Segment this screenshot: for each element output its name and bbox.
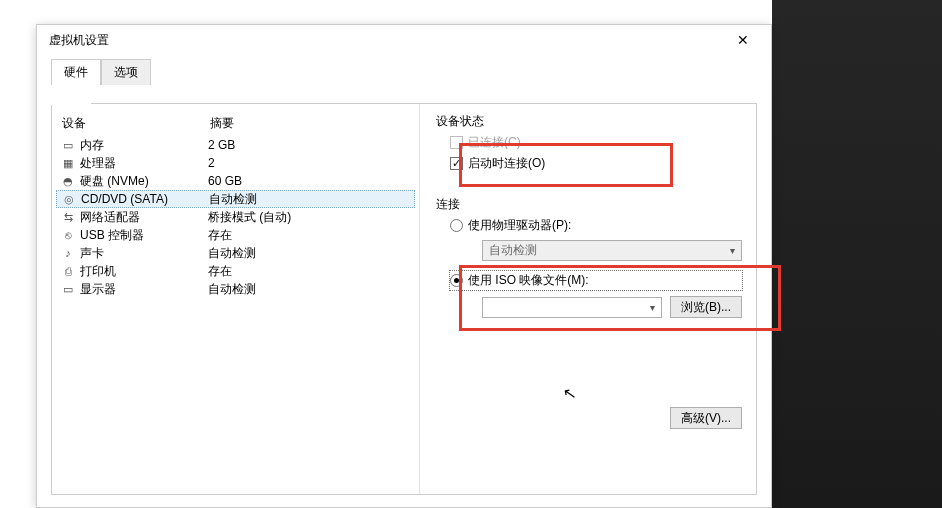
- use-iso-radio[interactable]: [450, 274, 463, 287]
- device-name: CD/DVD (SATA): [81, 192, 209, 206]
- cddvd-icon: ◎: [61, 191, 77, 207]
- device-name: 硬盘 (NVMe): [80, 173, 208, 190]
- cpu-icon: ▦: [60, 155, 76, 171]
- printer-icon: ⎙: [60, 263, 76, 279]
- close-button[interactable]: ✕: [723, 26, 763, 54]
- table-row[interactable]: ▦ 处理器 2: [56, 154, 415, 172]
- table-row[interactable]: ⇆ 网络适配器 桥接模式 (自动): [56, 208, 415, 226]
- table-row[interactable]: ⎋ USB 控制器 存在: [56, 226, 415, 244]
- connected-checkbox: [450, 136, 463, 149]
- device-summary: 存在: [208, 263, 415, 280]
- device-list-panel: 设备 摘要 ▭ 内存 2 GB ▦ 处理器 2 ◓ 硬盘 (NVMe) 60 G…: [52, 103, 420, 494]
- device-status-label: 设备状态: [436, 113, 742, 130]
- connected-label: 已连接(C): [468, 134, 521, 151]
- use-iso-label: 使用 ISO 映像文件(M):: [468, 272, 589, 289]
- device-summary: 自动检测: [208, 245, 415, 262]
- device-summary: 2: [208, 156, 415, 170]
- physical-drive-value: 自动检测: [489, 242, 537, 259]
- dialog-title: 虚拟机设置: [49, 32, 723, 49]
- use-physical-radio[interactable]: [450, 219, 463, 232]
- close-icon: ✕: [737, 32, 749, 48]
- device-name: 打印机: [80, 263, 208, 280]
- vm-settings-dialog: 虚拟机设置 ✕ 硬件 选项 设备 摘要 ▭ 内存 2 GB ▦: [36, 24, 772, 508]
- tab-strip: 硬件 选项: [51, 59, 771, 85]
- header-summary: 摘要: [210, 115, 415, 132]
- tab-options[interactable]: 选项: [101, 59, 151, 85]
- chevron-down-icon: ▾: [730, 245, 735, 256]
- physical-drive-select: 自动检测 ▾: [482, 240, 742, 261]
- connect-on-start-row[interactable]: ✓ 启动时连接(O): [450, 153, 742, 174]
- memory-icon: ▭: [60, 137, 76, 153]
- tab-hardware-label: 硬件: [64, 65, 88, 79]
- device-detail-panel: 设备状态 已连接(C) ✓ 启动时连接(O) 连接 使用物理驱动器(P):: [420, 103, 756, 494]
- header-device: 设备: [60, 115, 210, 132]
- device-name: USB 控制器: [80, 227, 208, 244]
- device-summary: 2 GB: [208, 138, 415, 152]
- iso-path-select[interactable]: ▾: [482, 297, 662, 318]
- titlebar: 虚拟机设置 ✕: [37, 25, 771, 55]
- table-row[interactable]: ◎ CD/DVD (SATA) 自动检测: [56, 190, 415, 208]
- device-summary: 60 GB: [208, 174, 415, 188]
- device-summary: 桥接模式 (自动): [208, 209, 415, 226]
- advanced-label: 高级(V)...: [681, 410, 731, 427]
- sound-icon: ♪: [60, 245, 76, 261]
- network-icon: ⇆: [60, 209, 76, 225]
- device-name: 内存: [80, 137, 208, 154]
- display-icon: ▭: [60, 281, 76, 297]
- tab-hardware[interactable]: 硬件: [51, 59, 101, 85]
- connect-on-start-label: 启动时连接(O): [468, 155, 545, 172]
- use-iso-radio-row[interactable]: 使用 ISO 映像文件(M):: [450, 271, 742, 290]
- dialog-body: 设备 摘要 ▭ 内存 2 GB ▦ 处理器 2 ◓ 硬盘 (NVMe) 60 G…: [51, 103, 757, 495]
- connect-on-start-checkbox[interactable]: ✓: [450, 157, 463, 170]
- advanced-button[interactable]: 高级(V)...: [670, 407, 742, 429]
- usb-icon: ⎋: [60, 227, 76, 243]
- browse-button[interactable]: 浏览(B)...: [670, 296, 742, 318]
- background-dark-panel: [772, 0, 942, 508]
- tab-options-label: 选项: [114, 65, 138, 79]
- table-row[interactable]: ♪ 声卡 自动检测: [56, 244, 415, 262]
- device-summary: 自动检测: [208, 281, 415, 298]
- device-summary: 自动检测: [209, 191, 414, 208]
- table-row[interactable]: ⎙ 打印机 存在: [56, 262, 415, 280]
- device-name: 声卡: [80, 245, 208, 262]
- disk-icon: ◓: [60, 173, 76, 189]
- connected-checkbox-row: 已连接(C): [450, 132, 742, 153]
- device-name: 显示器: [80, 281, 208, 298]
- chevron-down-icon: ▾: [650, 302, 655, 313]
- device-summary: 存在: [208, 227, 415, 244]
- browse-label: 浏览(B)...: [681, 299, 731, 316]
- device-list-header: 设备 摘要: [56, 113, 415, 136]
- table-row[interactable]: ◓ 硬盘 (NVMe) 60 GB: [56, 172, 415, 190]
- connection-label: 连接: [436, 196, 742, 213]
- use-physical-radio-row[interactable]: 使用物理驱动器(P):: [450, 215, 742, 236]
- tab-underline: [51, 103, 757, 104]
- table-row[interactable]: ▭ 内存 2 GB: [56, 136, 415, 154]
- device-name: 处理器: [80, 155, 208, 172]
- table-row[interactable]: ▭ 显示器 自动检测: [56, 280, 415, 298]
- use-physical-label: 使用物理驱动器(P):: [468, 217, 571, 234]
- device-name: 网络适配器: [80, 209, 208, 226]
